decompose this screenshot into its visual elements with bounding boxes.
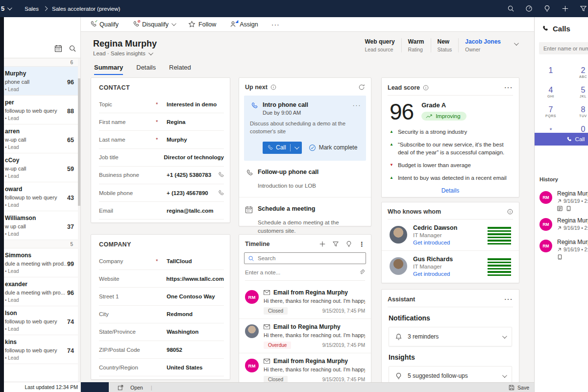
more-icon[interactable]: ··· xyxy=(505,295,514,303)
search-icon[interactable] xyxy=(507,5,514,12)
lead-list-item[interactable]: oward followup to web query • Lead 43 xyxy=(4,182,80,211)
paperclip-icon[interactable] xyxy=(359,269,365,276)
field-row-mobile-phone[interactable]: Mobile phone + (123) 4567890 xyxy=(99,184,224,202)
dialpad-key-7[interactable]: 7PQRS xyxy=(545,105,556,122)
note-input[interactable] xyxy=(245,270,343,275)
dialer-input[interactable] xyxy=(539,42,588,54)
add-icon[interactable] xyxy=(319,241,326,247)
lead-list-item[interactable]: cCoy w-up call • Lead 59 xyxy=(4,153,80,182)
lightbulb-icon[interactable] xyxy=(345,241,352,247)
gauge-icon[interactable] xyxy=(525,5,533,12)
tab-details[interactable]: Details xyxy=(136,64,156,75)
search-icon[interactable] xyxy=(69,45,76,52)
field-row-city[interactable]: City Redmond xyxy=(99,306,224,323)
assign-button[interactable]: ◢ Assign xyxy=(229,21,258,28)
follow-button[interactable]: Follow xyxy=(188,21,216,28)
entry-date: 9/15/2019, 7:45 PM xyxy=(322,343,365,348)
field-value: 98052 xyxy=(167,347,182,353)
field-row-state[interactable]: State/Province Washington xyxy=(99,323,224,341)
app-logo[interactable]: 5 xyxy=(0,5,11,12)
info-icon[interactable] xyxy=(423,85,429,91)
field-row-last-name[interactable]: Last name * Murphy xyxy=(99,131,224,148)
details-link[interactable]: Details xyxy=(382,186,519,194)
more-icon[interactable]: ··· xyxy=(505,84,514,91)
notifications-row[interactable]: 3 reminders xyxy=(389,327,512,346)
who-knows-whom-title: Who knows whom xyxy=(388,208,441,215)
call-history-entry[interactable]: RM Regina Murphy 9/16/19 • 2:35 PM xyxy=(539,239,588,260)
entry-title: Email to Regina Murphy xyxy=(273,323,341,330)
field-label: ZIP/Postal Code xyxy=(99,347,156,353)
dialpad-key-4[interactable]: 4GHI xyxy=(547,86,554,102)
call-history-entry[interactable]: RM Regina Murphy 9/16/19 • 2:35 PM xyxy=(539,190,588,211)
save-button[interactable]: Save xyxy=(509,385,529,391)
field-row-business-phone[interactable]: Business phone +1 (425) 5380783 xyxy=(99,167,224,184)
timeline-entry[interactable]: RM Email from Regina Murphy Hi there, th… xyxy=(239,285,371,319)
open-button[interactable]: Open xyxy=(118,385,143,391)
phone-icon[interactable] xyxy=(217,172,224,178)
timeline-search[interactable] xyxy=(244,252,366,264)
dialpad-key-1[interactable]: 1 xyxy=(549,66,553,82)
lead-list-item[interactable]: exander dule a meeting with pro... • Lea… xyxy=(4,277,80,306)
up-next-item-followup-call[interactable]: Follow-up phone call Introduction to our… xyxy=(239,161,371,197)
field-row-country[interactable]: Country/Region United States xyxy=(99,359,224,376)
plus-icon[interactable] xyxy=(562,5,569,12)
more-icon[interactable]: ⋮ xyxy=(359,241,365,247)
note-composer[interactable] xyxy=(245,269,365,281)
lightbulb-icon[interactable] xyxy=(543,5,551,12)
field-row-email[interactable]: Email regina@tallc.com xyxy=(99,202,224,220)
expand-header-chevron-icon[interactable] xyxy=(514,41,519,46)
lead-list-item[interactable]: Williamson w up call • Lead 37 xyxy=(4,211,80,240)
filter-icon[interactable] xyxy=(580,5,587,12)
call-split-button[interactable]: Call xyxy=(263,142,302,154)
more-commands-button[interactable]: ··· xyxy=(271,21,280,28)
info-icon[interactable] xyxy=(507,209,513,215)
field-value: +1 (425) 5380783 xyxy=(167,172,211,178)
lead-score-card: Lead score ··· 96 Grade A Improving ▲Sec… xyxy=(381,77,519,197)
field-label: City xyxy=(99,311,156,317)
calendar-icon xyxy=(245,206,253,214)
field-row-company[interactable]: Company * TallCloud xyxy=(99,252,224,270)
field-row-topic[interactable]: Topic * Interested in demo xyxy=(99,96,224,113)
insights-row[interactable]: 5 suggested follow-ups xyxy=(389,366,512,383)
filter-icon[interactable] xyxy=(332,241,339,247)
owner-link[interactable]: Jacob Jones xyxy=(465,38,501,45)
breadcrumb-sales[interactable]: Sales xyxy=(24,6,39,12)
tab-related[interactable]: Related xyxy=(169,64,191,75)
dial-pad: 1 2ABC 4GHI 5JKL 7PQRS 8TUV * 0+ xyxy=(535,66,588,141)
field-row-street[interactable]: Street 1 One Contoso Way xyxy=(99,288,224,305)
header-field-status: New Status xyxy=(431,38,459,52)
dialpad-key-2[interactable]: 2ABC xyxy=(579,66,587,82)
lead-list-item[interactable]: kins followup to web query • Lead 74 xyxy=(4,335,80,364)
field-row-website[interactable]: Website https://www.tallc.com xyxy=(99,270,224,288)
dialer-call-button[interactable]: Call xyxy=(535,133,588,146)
more-icon[interactable]: ··· xyxy=(353,101,362,116)
lead-list-item[interactable]: Murphy phone call • Lead 96 xyxy=(4,67,80,96)
lead-list-item[interactable]: arren w-up call • Lead 65 xyxy=(4,124,80,153)
up-next-current-activity[interactable]: Intro phone call Due by 9:00 AM ··· Disc… xyxy=(244,96,366,161)
refresh-icon[interactable] xyxy=(358,84,365,91)
get-introduced-link[interactable]: Get introduced xyxy=(413,271,453,277)
dialpad-key-5[interactable]: 5JKL xyxy=(580,86,587,102)
breadcrumb-sales-accelerator[interactable]: Sales accelerator (preview) xyxy=(52,6,120,12)
sidebar-scrollbar[interactable] xyxy=(78,59,80,382)
lead-list-item[interactable]: Simmons dule a meeting with prod.. • Lea… xyxy=(4,248,80,277)
phone-icon[interactable] xyxy=(217,190,224,196)
mark-complete-button[interactable]: Mark complete xyxy=(309,144,358,151)
tab-summary[interactable]: Summary xyxy=(94,64,123,75)
timeline-entry[interactable]: Email to Regina Murphy Hi there, thanks … xyxy=(239,319,371,353)
field-row-first-name[interactable]: First name * Regina xyxy=(99,113,224,131)
calendar-icon[interactable] xyxy=(54,45,62,52)
field-row-job-title[interactable]: Job title Director of technology xyxy=(99,149,224,167)
timeline-search-input[interactable] xyxy=(258,255,351,261)
lead-list-item[interactable]: lson followup to web query • Lead 74 xyxy=(4,306,80,335)
record-type-switcher[interactable]: Lead · Sales insights xyxy=(93,50,152,56)
lead-list-item[interactable]: per followup to web query • Lead 88 xyxy=(4,96,80,124)
disqualify-button[interactable]: ⊘ Disqualify xyxy=(132,21,175,28)
get-introduced-link[interactable]: Get introduced xyxy=(413,240,457,245)
call-history-entry[interactable]: RM Regina Murphy 9/16/19 • 2:35 PM xyxy=(539,217,588,231)
timeline-entry[interactable]: RM Email from Regina Murphy Hi there, th… xyxy=(239,353,371,383)
field-row-zip[interactable]: ZIP/Postal Code 98052 xyxy=(99,341,224,359)
info-icon[interactable] xyxy=(270,84,276,90)
qualify-button[interactable]: ✓ Qualify xyxy=(89,21,119,28)
dialpad-key-8[interactable]: 8TUV xyxy=(579,105,587,122)
